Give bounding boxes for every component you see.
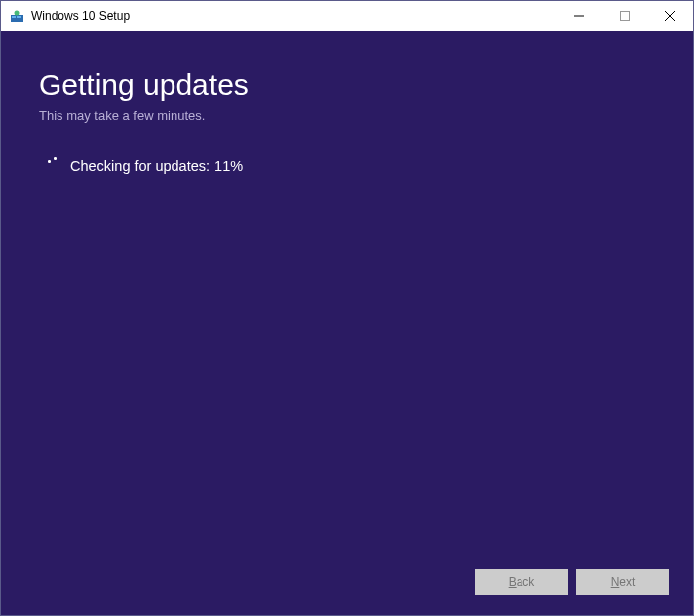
back-mnemonic: B [509, 575, 517, 589]
back-rest: ack [517, 575, 535, 589]
status-row: Checking for updates: 11% [39, 157, 655, 175]
maximize-button[interactable] [602, 1, 647, 31]
status-prefix: Checking for updates: [70, 158, 214, 174]
spinner-icon [45, 157, 62, 175]
status-percent: 11% [214, 158, 243, 174]
back-button[interactable]: Back [475, 569, 568, 595]
button-row: Back Next [475, 569, 669, 595]
window-controls [556, 1, 693, 31]
next-button[interactable]: Next [576, 569, 669, 595]
minimize-button[interactable] [556, 1, 602, 31]
close-button[interactable] [647, 1, 693, 31]
svg-rect-5 [621, 12, 630, 21]
svg-point-3 [15, 11, 20, 16]
svg-rect-2 [17, 16, 21, 18]
next-mnemonic: N [611, 575, 620, 589]
page-heading: Getting updates [39, 68, 655, 102]
window-title: Windows 10 Setup [31, 9, 130, 23]
app-icon [9, 8, 25, 24]
status-text: Checking for updates: 11% [70, 158, 243, 174]
content-area: Getting updates This may take a few minu… [1, 31, 693, 615]
setup-window: Windows 10 Setup Getting updates This ma… [0, 0, 694, 616]
svg-rect-1 [12, 16, 16, 18]
next-rest: ext [619, 575, 635, 589]
titlebar: Windows 10 Setup [1, 1, 693, 31]
page-subheading: This may take a few minutes. [39, 108, 655, 123]
